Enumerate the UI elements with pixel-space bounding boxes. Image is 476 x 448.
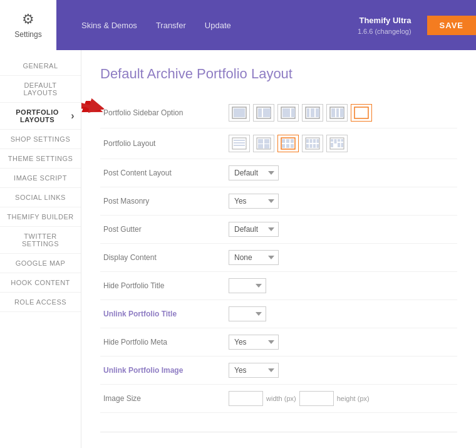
unlink-portfolio-title-select[interactable] bbox=[229, 306, 266, 321]
post-gutter-select[interactable]: Default bbox=[229, 222, 279, 237]
brand-version: 1.6.6 (changelog) bbox=[358, 28, 411, 35]
sidebar-item-portfolio-layouts[interactable]: PORTFOLIO LAYOUTS bbox=[0, 103, 81, 130]
sidebar-layout-btn-3[interactable] bbox=[277, 104, 299, 122]
hide-portfolio-meta-control: Yes No bbox=[225, 328, 457, 357]
portfolio-layout-label: Portfolio Layout bbox=[100, 128, 225, 159]
hide-portfolio-meta-select[interactable]: Yes No bbox=[229, 335, 279, 350]
sidebar-item-twitter-settings[interactable]: TWITTER SETTINGS bbox=[0, 227, 81, 254]
svg-rect-50 bbox=[341, 139, 344, 142]
svg-rect-26 bbox=[258, 139, 263, 143]
svg-rect-22 bbox=[234, 140, 245, 141]
post-masonry-row: Post Masonry Yes No bbox=[100, 187, 457, 216]
portfolio-layout-icons bbox=[229, 135, 454, 152]
title-highlight: Archive Portfolio bbox=[147, 66, 247, 81]
sidebar-layout-btn-1[interactable] bbox=[229, 104, 250, 122]
sidebar-item-themify-builder[interactable]: THEMIFY BUILDER bbox=[0, 207, 81, 227]
header-right: Themify Ultra 1.6.6 (changelog) bbox=[358, 16, 421, 35]
gear-icon: ⚙ bbox=[22, 11, 34, 28]
svg-rect-4 bbox=[234, 108, 245, 117]
unlink-portfolio-image-label: Unlink Portfolio Image bbox=[100, 357, 225, 385]
sidebar-option-row: Portfolio Sidebar Option bbox=[100, 98, 457, 128]
svg-rect-31 bbox=[282, 139, 285, 143]
svg-rect-33 bbox=[291, 139, 294, 143]
display-content-row: Display Content None bbox=[100, 244, 457, 272]
svg-rect-40 bbox=[313, 139, 316, 143]
post-content-layout-row: Post Content Layout Default bbox=[100, 159, 457, 187]
sidebar-layout-icons bbox=[229, 104, 454, 122]
post-content-layout-control: Default bbox=[225, 159, 457, 187]
portfolio-layout-btn-2[interactable] bbox=[253, 135, 274, 152]
sidebar-layout-btn-6[interactable] bbox=[351, 104, 372, 122]
sidebar-layout-btn-4[interactable] bbox=[302, 104, 323, 122]
image-size-control: width (px) height (px) bbox=[225, 385, 457, 413]
svg-rect-34 bbox=[282, 144, 285, 148]
title-plain-2: Layout bbox=[247, 66, 292, 81]
sidebar-item-shop-settings[interactable]: SHOP SETTINGS bbox=[0, 130, 81, 149]
svg-rect-29 bbox=[264, 144, 269, 148]
sidebar-item-default-layouts[interactable]: DEFAULT LAYOUTS bbox=[0, 76, 81, 103]
image-width-input[interactable] bbox=[229, 391, 263, 406]
archive-form-table: Portfolio Sidebar Option bbox=[100, 98, 457, 413]
unlink-portfolio-image-select[interactable]: Yes No bbox=[229, 363, 279, 378]
portfolio-layout-controls bbox=[225, 128, 457, 159]
svg-rect-12 bbox=[307, 108, 309, 117]
svg-rect-32 bbox=[286, 139, 289, 143]
main-content: Default Archive Portfolio Layout Portfo bbox=[81, 50, 476, 448]
svg-rect-49 bbox=[338, 139, 340, 142]
unlink-portfolio-image-row: Unlink Portfolio Image Yes No bbox=[100, 357, 457, 385]
sidebar-option-controls bbox=[225, 98, 457, 128]
nav-skins-demos[interactable]: Skins & Demos bbox=[81, 21, 137, 30]
archive-section-title: Default Archive Portfolio Layout bbox=[100, 66, 457, 82]
page-body: GENERAL DEFAULT LAYOUTS PORTFOLIO LAYOUT… bbox=[0, 50, 476, 448]
hide-portfolio-meta-row: Hide Portfolio Meta Yes No bbox=[100, 328, 457, 357]
image-size-label: Image Size bbox=[100, 385, 225, 413]
height-label: height (px) bbox=[337, 395, 370, 402]
sidebar-layout-btn-5[interactable] bbox=[326, 104, 348, 122]
svg-rect-38 bbox=[306, 139, 309, 143]
sidebar-item-general[interactable]: GENERAL bbox=[0, 56, 81, 76]
display-content-select[interactable]: None bbox=[229, 250, 279, 265]
nav-update[interactable]: Update bbox=[205, 21, 231, 30]
display-content-label: Display Content bbox=[100, 244, 225, 272]
svg-rect-18 bbox=[340, 108, 344, 117]
svg-rect-51 bbox=[331, 143, 333, 147]
image-height-input[interactable] bbox=[299, 391, 334, 406]
svg-rect-7 bbox=[263, 108, 271, 117]
post-content-layout-select[interactable]: Default bbox=[229, 165, 279, 180]
post-masonry-select[interactable]: Yes No bbox=[229, 194, 279, 209]
sidebar-item-google-map[interactable]: GOOGLE MAP bbox=[0, 254, 81, 273]
sidebar-item-image-script[interactable]: IMAGE SCRIPT bbox=[0, 169, 81, 188]
portfolio-layout-btn-4[interactable] bbox=[302, 135, 323, 152]
portfolio-layout-btn-1[interactable] bbox=[229, 135, 250, 152]
header-logo: ⚙ Settings bbox=[0, 0, 56, 50]
svg-rect-20 bbox=[356, 108, 367, 117]
svg-rect-24 bbox=[234, 145, 245, 146]
svg-rect-45 bbox=[317, 144, 319, 148]
post-gutter-row: Post Gutter Default bbox=[100, 216, 457, 244]
svg-rect-44 bbox=[313, 144, 316, 148]
header-nav: Skins & Demos Transfer Update bbox=[56, 21, 358, 30]
svg-rect-43 bbox=[310, 144, 313, 148]
image-size-inputs: width (px) height (px) bbox=[229, 391, 454, 406]
sidebar-item-theme-settings[interactable]: THEME SETTINGS bbox=[0, 149, 81, 169]
sidebar-item-role-access[interactable]: ROLE ACCESS bbox=[0, 293, 81, 312]
display-content-control: None bbox=[225, 244, 457, 272]
unlink-portfolio-image-control: Yes No bbox=[225, 357, 457, 385]
section-divider bbox=[100, 432, 457, 432]
portfolio-layout-btn-5[interactable] bbox=[326, 135, 348, 152]
brand-name: Themify Ultra bbox=[359, 16, 411, 25]
svg-rect-47 bbox=[331, 139, 333, 142]
post-content-layout-label: Post Content Layout bbox=[100, 159, 225, 187]
sidebar-item-hook-content[interactable]: HOOK CONTENT bbox=[0, 273, 81, 293]
portfolio-layout-btn-3[interactable] bbox=[277, 135, 299, 152]
hide-portfolio-title-select[interactable] bbox=[229, 278, 266, 293]
svg-rect-14 bbox=[316, 108, 319, 117]
sidebar-option-label: Portfolio Sidebar Option bbox=[100, 98, 225, 128]
hide-portfolio-meta-label: Hide Portfolio Meta bbox=[100, 328, 225, 357]
sidebar-item-social-links[interactable]: SOCIAL LINKS bbox=[0, 188, 81, 207]
portfolio-layout-row: Portfolio Layout bbox=[100, 128, 457, 159]
nav-transfer[interactable]: Transfer bbox=[156, 21, 186, 30]
svg-rect-52 bbox=[338, 143, 340, 147]
sidebar-layout-btn-2[interactable] bbox=[253, 104, 274, 122]
save-button[interactable]: SAVE bbox=[427, 16, 476, 35]
